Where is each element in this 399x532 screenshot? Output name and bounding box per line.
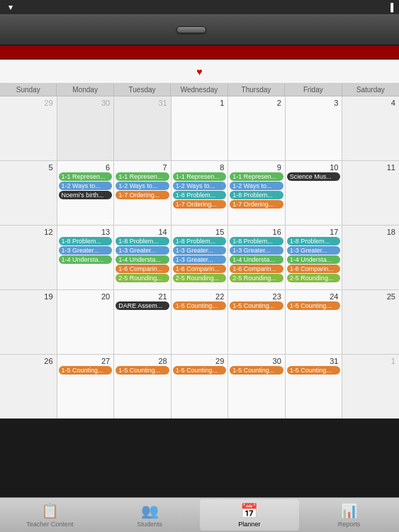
cal-cell-w0d0[interactable]: 29 [0,96,57,160]
day-number: 29 [1,98,55,108]
tab-reports[interactable]: 📊Reports [299,499,399,531]
tab-label: Students [137,521,162,528]
event-chip[interactable]: 1-2 Ways to... [230,182,283,190]
cal-cell-w3d4[interactable]: 231-5 Counting... [228,290,285,354]
event-chip[interactable]: 1-3 Greater... [116,246,169,255]
day-number: 27 [59,356,113,366]
event-chip[interactable]: 1-1 Represen... [230,172,283,181]
cal-cell-w4d4[interactable]: 301-5 Counting... [228,355,285,419]
cal-cell-w0d3[interactable]: 1 [172,96,228,160]
event-chip[interactable]: 1-7 Ordering... [230,200,283,209]
event-chip[interactable]: 1-5 Counting... [173,366,227,375]
event-chip[interactable]: 1-6 Comparin... [116,265,169,273]
event-chip[interactable]: 1-1 Represen... [173,172,227,181]
event-chip[interactable]: 1-4 Understa... [59,255,113,264]
day-number: 12 [1,227,55,237]
event-chip[interactable]: 2-5 Rounding... [173,274,227,282]
event-chip[interactable]: 1-4 Understa... [116,255,169,264]
cal-cell-w1d0[interactable]: 5 [0,161,57,225]
cal-cell-w3d1[interactable]: 20 [57,290,114,354]
cal-cell-w4d6[interactable]: 1 [342,355,399,419]
event-chip[interactable]: 2-5 Rounding... [230,274,283,282]
cal-cell-w0d4[interactable]: 2 [228,96,285,160]
cal-cell-w1d1[interactable]: 61-1 Represen...1-2 Ways to...Noemi's bi… [57,161,114,225]
event-chip[interactable]: 1-8 Problem... [116,237,169,245]
cal-cell-w4d5[interactable]: 311-5 Counting... [286,355,342,419]
tab-teacher-content[interactable]: 📋Teacher Content [0,499,100,531]
day-header-thu: Thursday [228,84,285,96]
cal-cell-w3d5[interactable]: 241-5 Counting... [286,290,342,354]
event-chip[interactable]: 1-2 Ways to... [59,182,113,190]
event-chip[interactable]: 1-2 Ways to... [173,182,227,190]
cal-cell-w2d2[interactable]: 141-8 Problem...1-3 Greater...1-4 Unders… [114,226,171,289]
cal-cell-w3d0[interactable]: 19 [0,290,57,354]
battery-icon: ▐ [388,3,393,11]
cal-cell-w0d1[interactable]: 30 [57,96,114,160]
cal-cell-w3d3[interactable]: 221-5 Counting... [172,290,228,354]
event-chip[interactable]: 1-7 Ordering... [173,200,227,209]
event-chip[interactable]: 1-5 Counting... [287,366,341,375]
event-chip[interactable]: 1-8 Problem... [287,237,341,245]
event-chip[interactable]: 1-2 Ways to... [116,182,169,190]
event-chip[interactable]: 2-5 Rounding... [287,274,341,282]
cal-cell-w1d6[interactable]: 11 [342,161,399,225]
cal-cell-w1d3[interactable]: 81-1 Represen...1-2 Ways to...1-8 Proble… [172,161,228,225]
cal-cell-w3d6[interactable]: 25 [342,290,399,354]
event-chip[interactable]: 1-1 Represen... [59,172,113,181]
event-chip[interactable]: 1-6 Comparin... [230,265,283,273]
event-chip[interactable]: 1-3 Greater... [59,246,113,255]
event-chip[interactable]: 1-5 Counting... [230,301,283,310]
cal-cell-w0d5[interactable]: 3 [286,96,342,160]
day-number: 17 [287,227,341,237]
cal-cell-w0d2[interactable]: 31 [114,96,171,160]
cal-cell-w2d5[interactable]: 171-8 Problem...1-3 Greater...1-4 Unders… [286,226,342,289]
cal-cell-w1d2[interactable]: 71-1 Represen...1-2 Ways to...1-7 Orderi… [114,161,171,225]
tab-students[interactable]: 👥Students [100,499,200,531]
day-number: 28 [116,356,169,366]
event-chip[interactable]: 1-3 Greater... [287,246,341,255]
event-chip[interactable]: 1-3 Greater... [173,246,227,255]
event-chip[interactable]: 1-8 Problem... [230,237,283,245]
event-chip[interactable]: 1-4 Understa... [230,255,283,264]
event-chip[interactable]: 1-1 Represen... [116,172,169,181]
day-number: 11 [344,162,398,172]
event-chip[interactable]: 1-6 Comparin... [287,265,341,273]
event-chip[interactable]: 1-3 Greater... [173,255,227,264]
event-chip[interactable]: 1-8 Problem... [173,237,227,245]
event-chip[interactable]: 1-6 Comparin... [173,265,227,273]
event-chip[interactable]: Science Mus... [287,172,341,181]
cal-cell-w2d4[interactable]: 161-8 Problem...1-3 Greater...1-4 Unders… [228,226,285,289]
event-chip[interactable]: 1-5 Counting... [116,366,169,375]
event-chip[interactable]: 1-8 Problem... [173,191,227,199]
cal-cell-w4d0[interactable]: 26 [0,355,57,419]
event-chip[interactable]: 1-5 Counting... [287,301,341,310]
tab-planner[interactable]: 📅Planner [200,499,300,531]
event-chip[interactable]: 2-5 Rounding... [116,274,169,282]
cal-cell-w4d2[interactable]: 281-5 Counting... [114,355,171,419]
event-chip[interactable]: 1-7 Ordering... [116,191,169,199]
cal-cell-w2d3[interactable]: 151-8 Problem...1-3 Greater...1-3 Greate… [172,226,228,289]
event-chip[interactable]: 1-8 Problem... [230,191,283,199]
cal-cell-w4d1[interactable]: 271-5 Counting... [57,355,114,419]
cal-cell-w2d0[interactable]: 12 [0,226,57,289]
cal-cell-w1d4[interactable]: 91-1 Represen...1-2 Ways to...1-8 Proble… [228,161,285,225]
day-header-wed: Wednesday [171,84,227,96]
cal-cell-w1d5[interactable]: 10Science Mus... [286,161,342,225]
event-chip[interactable]: 1-8 Problem... [59,237,113,245]
event-chip[interactable]: Noemi's birth... [59,191,113,199]
event-chip[interactable]: 1-5 Counting... [173,301,227,310]
event-chip[interactable]: 1-3 Greater... [230,246,283,255]
event-chip[interactable]: 1-4 Understa... [287,255,341,264]
cal-cell-w2d6[interactable]: 18 [342,226,399,289]
cal-cell-w2d1[interactable]: 131-8 Problem...1-3 Greater...1-4 Unders… [57,226,114,289]
event-chip[interactable]: 1-5 Counting... [230,366,283,375]
day-number: 31 [116,98,169,108]
event-chip[interactable]: DARE Assem... [116,301,169,310]
cal-cell-w0d6[interactable]: 4 [342,96,399,160]
cal-cell-w4d3[interactable]: 291-5 Counting... [172,355,228,419]
event-chip[interactable]: 1-5 Counting... [59,366,113,375]
day-number: 14 [116,227,169,237]
day-header-sun: Sunday [0,84,57,96]
tab-bar: 📋Teacher Content👥Students📅Planner📊Report… [0,497,399,532]
cal-cell-w3d2[interactable]: 21DARE Assem... [114,290,171,354]
